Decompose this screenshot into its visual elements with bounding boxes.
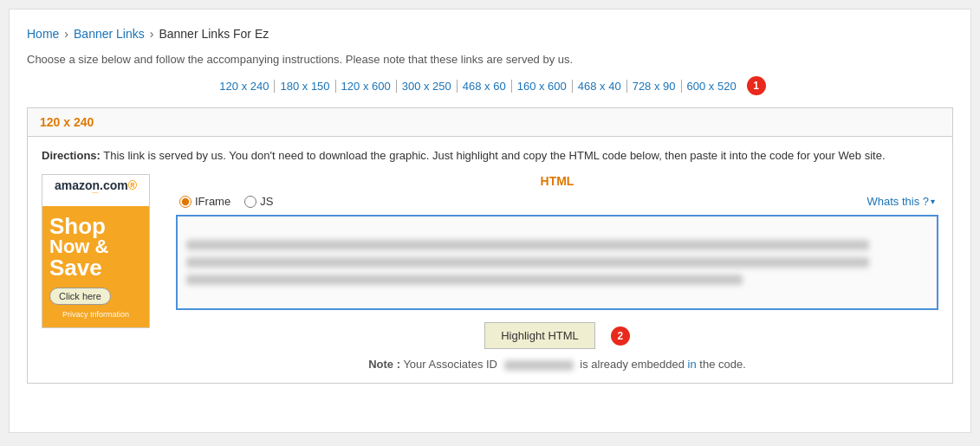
- banner-privacy-text: Privacy Information: [49, 310, 142, 319]
- size-link-728x90[interactable]: 728 x 90: [626, 80, 681, 93]
- highlight-row: Highlight HTML 2: [176, 322, 938, 349]
- section-body: Directions: This link is served by us. Y…: [28, 137, 952, 383]
- note-row: Note : Your Associates ID is already emb…: [176, 358, 938, 371]
- js-radio-option[interactable]: JS: [244, 195, 273, 208]
- banner-ad-body: Shop Now & Save Click here Privacy Infor…: [42, 206, 149, 327]
- iframe-radio-option[interactable]: IFrame: [179, 195, 230, 208]
- radio-row: IFrame JS Whats this ? ▾: [176, 195, 938, 208]
- amazon-logo-dot: ®: [128, 178, 137, 192]
- size-links-row: 120 x 240 180 x 150 120 x 600 300 x 250 …: [27, 76, 953, 95]
- size-link-468x40[interactable]: 468 x 40: [572, 80, 626, 93]
- breadcrumb-current: Banner Links For Ez: [159, 27, 269, 41]
- directions-label: Directions:: [42, 149, 101, 162]
- note-text-before: Your Associates ID: [403, 358, 497, 371]
- chevron-down-icon: ▾: [931, 197, 935, 206]
- size-link-468x60[interactable]: 468 x 60: [457, 80, 511, 93]
- code-area[interactable]: [176, 215, 938, 310]
- blurred-line-1: [186, 240, 869, 250]
- amazon-logo-block: amazon.com® ⌒: [55, 178, 137, 203]
- html-label: HTML: [176, 174, 938, 188]
- amazon-arrow-icon: ⌒: [55, 191, 137, 203]
- note-label: Note :: [368, 358, 400, 371]
- iframe-radio[interactable]: [179, 196, 191, 208]
- banner-save-text: Save: [49, 256, 142, 279]
- section-title: 120 x 240: [40, 115, 94, 129]
- breadcrumb-sep-1: ›: [64, 27, 68, 41]
- size-link-160x600[interactable]: 160 x 600: [511, 80, 572, 93]
- blurred-code-lines: [186, 236, 928, 288]
- directions-body: This link is served by us. You don't nee…: [103, 149, 885, 162]
- section-header: 120 x 240: [28, 108, 952, 137]
- content-area: amazon.com® ⌒ Shop Now & Save Click here…: [42, 174, 938, 371]
- blurred-line-2: [186, 257, 869, 268]
- note-in-text: in: [688, 358, 697, 371]
- directions-text: Directions: This link is served by us. Y…: [42, 149, 938, 162]
- iframe-label: IFrame: [195, 195, 230, 208]
- note-id-blurred: [504, 360, 574, 371]
- note-text-end: the code.: [699, 358, 746, 371]
- note-text-after: is already embedded: [580, 358, 685, 371]
- js-radio[interactable]: [244, 196, 256, 208]
- breadcrumb-sep-2: ›: [150, 27, 154, 41]
- page-subtitle: Choose a size below and follow the accom…: [27, 53, 953, 66]
- size-link-300x250[interactable]: 300 x 250: [396, 80, 457, 93]
- size-link-120x600[interactable]: 120 x 600: [335, 80, 396, 93]
- banner-shop-text: Shop: [49, 215, 142, 237]
- size-link-120x240[interactable]: 120 x 240: [214, 80, 274, 93]
- badge-2: 2: [611, 326, 630, 346]
- badge-1: 1: [747, 76, 766, 95]
- blurred-line-3: [186, 275, 743, 285]
- banner-ad: amazon.com® ⌒ Shop Now & Save Click here…: [42, 174, 150, 328]
- html-section: HTML IFrame JS Whats this ? ▾: [176, 174, 938, 371]
- banner-ad-top: amazon.com® ⌒: [42, 175, 149, 206]
- breadcrumb-home[interactable]: Home: [27, 27, 59, 41]
- section-box: 120 x 240 Directions: This link is serve…: [27, 107, 953, 384]
- js-label: JS: [260, 195, 273, 208]
- whats-this-link[interactable]: Whats this ? ▾: [866, 195, 935, 208]
- banner-click-here-button[interactable]: Click here: [49, 288, 111, 305]
- highlight-html-button[interactable]: Highlight HTML: [484, 322, 595, 349]
- size-link-600x520[interactable]: 600 x 520: [681, 80, 742, 93]
- banner-now-text: Now &: [49, 237, 142, 256]
- breadcrumb: Home › Banner Links › Banner Links For E…: [27, 27, 953, 41]
- size-link-180x150[interactable]: 180 x 150: [274, 80, 334, 93]
- breadcrumb-banner-links[interactable]: Banner Links: [74, 27, 145, 41]
- whats-this-text: Whats this ?: [866, 195, 929, 208]
